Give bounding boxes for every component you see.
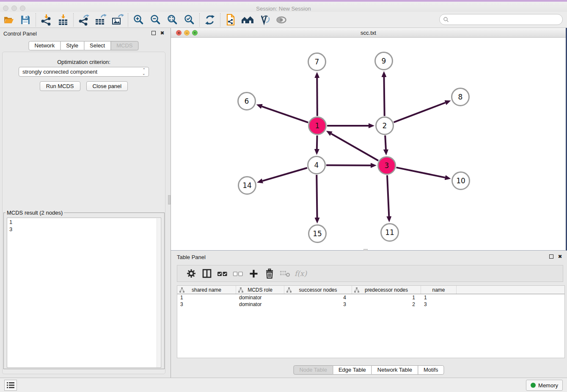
- panel-divider[interactable]: [168, 28, 171, 378]
- tab-network[interactable]: Network: [28, 41, 61, 50]
- search-input[interactable]: [449, 17, 562, 23]
- function-builder-icon[interactable]: f(x): [293, 266, 308, 281]
- search-field[interactable]: [439, 14, 563, 25]
- svg-text:8: 8: [458, 93, 463, 101]
- graph-node-14[interactable]: 14: [239, 177, 256, 194]
- deselect-all-columns-icon[interactable]: [230, 266, 246, 281]
- tab-edge-table[interactable]: Edge Table: [333, 365, 372, 375]
- cell-successor-nodes[interactable]: 4: [284, 294, 352, 301]
- cell-name[interactable]: 1: [421, 294, 457, 301]
- open-session-icon[interactable]: [0, 13, 17, 27]
- clone-network-icon[interactable]: [222, 13, 239, 27]
- close-table-panel-icon[interactable]: ✖: [557, 254, 563, 259]
- zoom-selected-icon[interactable]: [181, 13, 198, 27]
- cell-MCDS-role[interactable]: dominator: [236, 294, 284, 301]
- graph-node-6[interactable]: 6: [238, 93, 256, 110]
- network-window-titlebar[interactable]: ✕ − + scc.txt: [171, 28, 566, 38]
- refresh-icon[interactable]: [201, 13, 218, 27]
- column-header-predecessor-nodes[interactable]: predecessor nodes: [352, 286, 421, 294]
- graph-node-2[interactable]: 2: [376, 117, 394, 135]
- graph-node-4[interactable]: 4: [308, 157, 325, 174]
- memory-status-icon: [531, 383, 536, 388]
- tab-select[interactable]: Select: [84, 41, 111, 50]
- column-header-successor-nodes[interactable]: successor nodes: [284, 286, 352, 294]
- svg-text:15: 15: [313, 229, 322, 238]
- mcds-result-box: MCDS result (2 nodes) 1 3: [3, 210, 165, 369]
- cell-name[interactable]: 3: [421, 301, 457, 308]
- edge-4-3[interactable]: [326, 165, 371, 166]
- edge-2-3[interactable]: [385, 135, 386, 149]
- export-network-icon[interactable]: [75, 13, 92, 27]
- task-history-button[interactable]: [4, 380, 17, 391]
- mcds-result-text[interactable]: 1 3: [7, 218, 161, 368]
- table-settings-icon[interactable]: [183, 266, 199, 281]
- export-image-icon[interactable]: [109, 13, 126, 27]
- result-scrollbar[interactable]: [157, 218, 160, 368]
- edge-3-10[interactable]: [396, 168, 445, 178]
- divider-handle[interactable]: [168, 195, 171, 204]
- column-header-MCDS-role[interactable]: MCDS role: [236, 286, 284, 294]
- select-all-columns-icon[interactable]: [215, 266, 230, 281]
- float-panel-icon[interactable]: [151, 30, 156, 36]
- cell-predecessor-nodes[interactable]: 2: [352, 301, 421, 308]
- edge-4-15[interactable]: [317, 175, 317, 218]
- float-table-panel-icon[interactable]: [548, 254, 554, 259]
- cell-successor-nodes[interactable]: 3: [284, 301, 352, 308]
- table-row[interactable]: 3dominator323: [177, 301, 564, 308]
- home-icon[interactable]: [239, 13, 256, 27]
- graph-node-7[interactable]: 7: [308, 53, 326, 71]
- column-header-name[interactable]: name: [421, 286, 457, 294]
- edge-2-8[interactable]: [394, 102, 446, 122]
- column-header-shared-name[interactable]: shared name: [177, 286, 236, 294]
- control-panel-tabs: NetworkStyleSelectMCDS: [29, 41, 138, 50]
- edge-2-9[interactable]: [384, 77, 384, 116]
- graph-node-3[interactable]: 3: [378, 157, 396, 174]
- network-graph-canvas[interactable]: 1234678910111415: [171, 38, 565, 250]
- memory-button[interactable]: Memory: [526, 380, 563, 391]
- edge-1-6[interactable]: [262, 106, 308, 122]
- optimization-criterion-dropdown[interactable]: strongly connected component ⌃⌃: [19, 67, 149, 77]
- cell-predecessor-nodes[interactable]: 1: [352, 294, 421, 301]
- zoom-in-icon[interactable]: [130, 13, 147, 27]
- tab-network-table[interactable]: Network Table: [372, 365, 418, 375]
- graph-node-8[interactable]: 8: [452, 88, 469, 106]
- edge-1-4[interactable]: [317, 135, 317, 149]
- graph-node-9[interactable]: 9: [375, 52, 393, 70]
- graph-node-11[interactable]: 11: [381, 224, 399, 241]
- annotation-icon[interactable]: [256, 13, 273, 27]
- show-hide-icon[interactable]: [273, 13, 290, 27]
- cell-shared-name[interactable]: 1: [177, 294, 236, 301]
- svg-text:1: 1: [315, 121, 320, 130]
- tab-motifs[interactable]: Motifs: [418, 365, 444, 375]
- edge-1-7[interactable]: [317, 78, 317, 116]
- add-column-icon[interactable]: [246, 266, 261, 281]
- table-row[interactable]: 1dominator411: [177, 294, 564, 301]
- graph-node-1[interactable]: 1: [309, 117, 326, 135]
- delete-table-icon[interactable]: [277, 266, 293, 281]
- save-session-icon[interactable]: [17, 13, 34, 27]
- delete-column-icon[interactable]: [261, 266, 277, 281]
- graph-node-10[interactable]: 10: [452, 172, 470, 190]
- tab-style[interactable]: Style: [60, 41, 84, 50]
- split-view-icon[interactable]: [199, 266, 215, 281]
- cell-MCDS-role[interactable]: dominator: [236, 301, 284, 308]
- import-network-icon[interactable]: [38, 13, 55, 27]
- close-panel-button[interactable]: Close panel: [86, 81, 128, 91]
- zoom-fit-icon[interactable]: [164, 13, 181, 27]
- import-table-icon[interactable]: [55, 13, 72, 27]
- edge-4-14[interactable]: [262, 168, 307, 181]
- close-panel-icon[interactable]: ✖: [160, 30, 165, 36]
- network-view-window: ✕ − + scc.txt 1234678910111415: [171, 28, 567, 251]
- table-panel-tabs: Node TableEdge TableNetwork TableMotifs: [294, 365, 444, 375]
- cell-shared-name[interactable]: 3: [177, 301, 236, 308]
- run-mcds-button[interactable]: Run MCDS: [40, 81, 80, 91]
- node-table[interactable]: shared nameMCDS rolesuccessor nodesprede…: [177, 285, 565, 358]
- tab-mcds[interactable]: MCDS: [110, 41, 138, 50]
- tab-node-table[interactable]: Node Table: [293, 365, 333, 375]
- zoom-out-icon[interactable]: [147, 13, 164, 27]
- export-table-icon[interactable]: [92, 13, 109, 27]
- svg-text:14: 14: [242, 181, 252, 190]
- edge-3-1[interactable]: [331, 134, 378, 161]
- graph-node-15[interactable]: 15: [309, 225, 326, 243]
- edge-3-11[interactable]: [387, 175, 389, 216]
